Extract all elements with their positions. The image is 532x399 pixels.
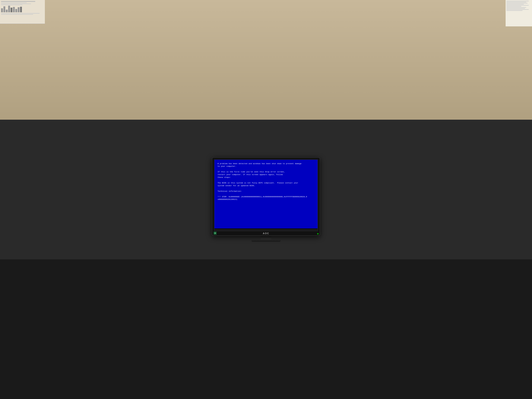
- bsod-spacer-3: [218, 187, 314, 190]
- bsod-line-6: these steps:: [218, 176, 314, 179]
- bsod-spacer-1: [218, 168, 314, 171]
- power-indicator-led: [317, 233, 318, 234]
- screen-bezel: A problem has been detected and windows …: [214, 159, 318, 231]
- scene: A problem has been detected and windows …: [0, 0, 532, 399]
- bsod-line-5: restart your computer. If this screen ap…: [218, 173, 314, 176]
- bsod-screen: A problem has been detected and windows …: [214, 160, 318, 228]
- bsod-line-14: x0000000020120913): [218, 198, 314, 201]
- bsod-line-8: The BIOS in this system is not fully ACP…: [218, 182, 314, 184]
- bsod-spacer-4: [218, 193, 314, 196]
- monitor-brand-label: AOC: [214, 231, 318, 235]
- monitor-bottom-bezel: [214, 229, 318, 231]
- energy-star-badge: ★: [214, 232, 216, 234]
- bsod-line-1: A problem has been detected and windows …: [218, 162, 314, 165]
- bsod-line-4: If this is the first time you've seen th…: [218, 171, 314, 173]
- bsod-line-2: to your computer.: [218, 165, 314, 168]
- bsod-spacer-2: [218, 179, 314, 182]
- monitor-stand-base: [252, 240, 280, 242]
- bsod-line-13: *** STOP: 0x000000A5 (0x0000000000000011…: [218, 196, 314, 198]
- bsod-line-9: system vendor for an updated BIOS.: [218, 184, 314, 187]
- bsod-line-11: Technical information:: [218, 190, 314, 193]
- monitor: A problem has been detected and windows …: [212, 157, 320, 236]
- monitor-stand-neck: [261, 236, 271, 240]
